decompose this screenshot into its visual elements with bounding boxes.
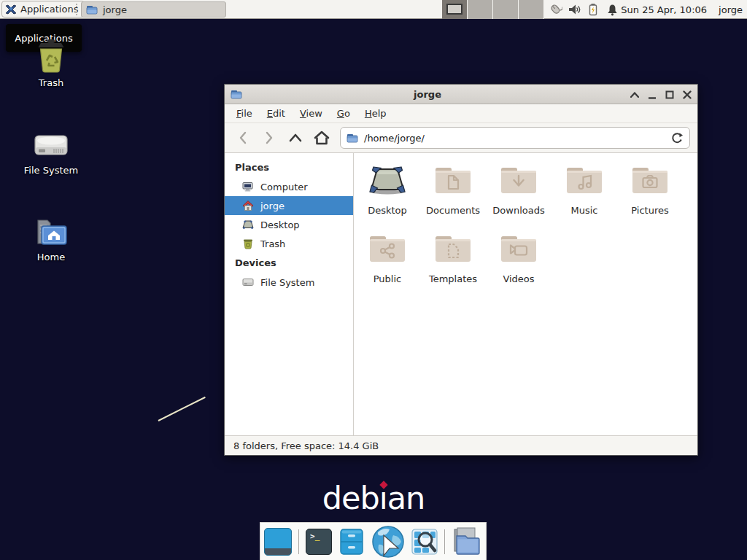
music-folder-icon xyxy=(551,162,617,195)
sidebar-item-jorge[interactable]: jorge xyxy=(225,196,353,215)
home-icon xyxy=(242,200,254,211)
volume-icon[interactable] xyxy=(565,0,584,19)
computer-icon xyxy=(242,181,254,192)
file-manager-launcher[interactable] xyxy=(338,529,365,555)
mouse-settings-icon[interactable] xyxy=(546,0,565,19)
window-content: Places Computer xyxy=(225,153,697,435)
app-finder-icon xyxy=(411,529,438,555)
folder-label-music: Music xyxy=(551,205,617,216)
home-button[interactable] xyxy=(311,128,333,148)
panel-clock[interactable]: Sun 25 Apr, 10:06 xyxy=(621,4,707,15)
pathbar-folder-icon xyxy=(347,132,358,144)
folder-item-documents[interactable]: Documents xyxy=(420,162,486,216)
window-title: jorge xyxy=(225,89,630,100)
menu-help[interactable]: Help xyxy=(357,106,394,121)
wallpaper-swoosh-line xyxy=(158,397,206,421)
videos-folder-icon xyxy=(486,230,551,264)
desktop-icon-home[interactable]: Home xyxy=(15,212,88,262)
debian-wordmark: debıan xyxy=(264,480,483,516)
sidebar-item-filesystem[interactable]: File System xyxy=(225,273,353,292)
menu-bar: File Edit View Go Help xyxy=(225,104,697,123)
taskbar-window-button[interactable]: jorge xyxy=(81,1,226,18)
close-button[interactable] xyxy=(681,89,693,101)
shade-button[interactable] xyxy=(629,89,640,101)
folder-item-music[interactable]: Music xyxy=(551,162,617,216)
sidebar-label-desktop: Desktop xyxy=(260,219,300,230)
dock: >_ xyxy=(260,522,487,560)
desktop-icon-filesystem[interactable]: File System xyxy=(15,125,88,176)
menu-view[interactable]: View xyxy=(293,106,330,121)
folder-label-downloads: Downloads xyxy=(486,205,551,216)
folder-item-downloads[interactable]: Downloads xyxy=(486,162,551,216)
menu-go[interactable]: Go xyxy=(330,106,357,121)
drive-small-icon xyxy=(242,276,254,288)
wordmark-text: deb xyxy=(322,480,379,516)
folder-item-public[interactable]: Public xyxy=(355,230,420,284)
desktop-icon-trash-label: Trash xyxy=(15,77,88,88)
wordmark-i: ı xyxy=(379,480,387,516)
sidebar-label-filesystem: File System xyxy=(260,277,314,288)
workspace-switcher[interactable] xyxy=(442,0,544,19)
templates-folder-icon xyxy=(420,230,486,264)
folder-item-videos[interactable]: Videos xyxy=(486,230,551,284)
desktop-icon-trash[interactable]: Trash xyxy=(15,38,88,88)
terminal-launcher[interactable]: >_ xyxy=(306,529,332,555)
applications-menu-label: Applications xyxy=(20,4,78,15)
terminal-icon: >_ xyxy=(306,529,332,555)
sidebar-label-computer: Computer xyxy=(260,182,308,192)
downloads-folder-icon xyxy=(486,162,551,195)
app-finder-launcher[interactable] xyxy=(411,529,438,555)
system-tray xyxy=(546,0,622,19)
applications-menu-button[interactable]: Applications xyxy=(1,1,85,18)
web-browser-launcher[interactable] xyxy=(371,525,405,559)
folder-label-documents: Documents xyxy=(420,205,486,216)
folder-item-templates[interactable]: Templates xyxy=(420,230,486,284)
trash-icon xyxy=(15,38,88,74)
folder-item-pictures[interactable]: Pictures xyxy=(617,162,683,216)
window-titlebar[interactable]: jorge xyxy=(225,85,697,104)
show-desktop-button[interactable] xyxy=(264,528,292,556)
dock-separator-2 xyxy=(444,529,445,554)
battery-icon[interactable] xyxy=(584,0,603,19)
sidebar-item-desktop[interactable]: Desktop xyxy=(225,215,353,234)
notification-bell-icon[interactable] xyxy=(603,0,622,19)
globe-browser-icon xyxy=(371,525,405,559)
blue-folder-icon xyxy=(86,4,98,15)
file-grid: Desktop Documents xyxy=(354,153,697,435)
status-text: 8 folders, Free space: 14.4 GiB xyxy=(233,440,379,451)
maximize-button[interactable] xyxy=(664,89,676,101)
workspace-3[interactable] xyxy=(493,0,519,19)
public-folder-icon xyxy=(355,230,420,264)
toolbar: /home/jorge/ xyxy=(225,123,697,153)
back-button[interactable] xyxy=(232,128,254,148)
folder-item-desktop[interactable]: Desktop xyxy=(355,162,420,216)
minimize-button[interactable] xyxy=(646,89,658,101)
sidebar-label-trash: Trash xyxy=(260,238,285,249)
trash-small-icon xyxy=(242,238,254,249)
workspace-4[interactable] xyxy=(519,0,544,19)
panel-username[interactable]: jorge xyxy=(719,4,743,15)
sidebar-item-computer[interactable]: Computer xyxy=(225,177,353,196)
workspace-1[interactable] xyxy=(442,0,468,19)
window-controls xyxy=(629,85,693,104)
forward-button[interactable] xyxy=(258,128,280,148)
up-button[interactable] xyxy=(285,128,306,148)
desktop-icon-filesystem-label: File System xyxy=(15,165,88,176)
folder-label-public: Public xyxy=(355,273,420,284)
menu-edit[interactable]: Edit xyxy=(260,106,293,121)
workspace-2[interactable] xyxy=(468,0,493,19)
documents-folder-icon xyxy=(420,162,486,195)
panel-separator xyxy=(76,4,77,15)
sidebar-label-jorge: jorge xyxy=(260,201,285,211)
top-panel: Applications jorge xyxy=(0,0,747,19)
sidebar-header-devices: Devices xyxy=(225,253,353,273)
path-bar[interactable]: /home/jorge/ xyxy=(340,127,690,149)
path-input[interactable]: /home/jorge/ xyxy=(364,133,665,144)
desktop-icon xyxy=(242,219,254,230)
directory-menu-launcher[interactable] xyxy=(452,527,482,556)
sidebar-item-trash[interactable]: Trash xyxy=(225,234,353,253)
reload-button[interactable] xyxy=(671,132,684,144)
desktop-special-icon xyxy=(355,162,420,195)
clock-area: Sun 25 Apr, 10:06 jorge xyxy=(621,0,743,19)
menu-file[interactable]: File xyxy=(229,106,260,121)
